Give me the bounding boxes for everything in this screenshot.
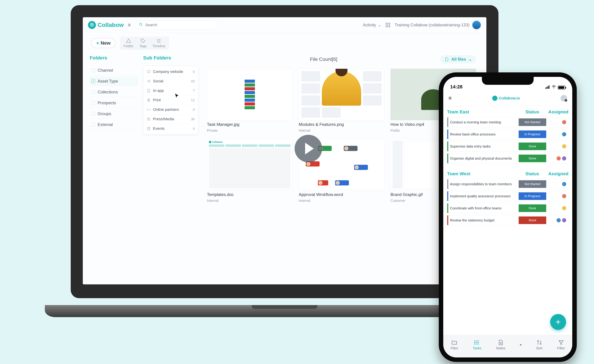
user-name: Training Collabow (collabowtraining-133): [395, 23, 469, 27]
file-scope: Internal: [207, 199, 292, 203]
files-filter[interactable]: All files ⌄: [440, 55, 476, 63]
task-row[interactable]: Review back-office processes In Progress: [447, 129, 568, 139]
toolbar-tags-label: Tags: [139, 44, 147, 48]
status-badge[interactable]: In Progress: [519, 131, 546, 138]
assignees[interactable]: [549, 194, 568, 199]
status-badge[interactable]: Not Started: [519, 119, 546, 126]
status-badge[interactable]: Done: [519, 205, 546, 212]
tab-sort[interactable]: Sort: [536, 339, 543, 350]
file-card[interactable]: Modules & Features.png Internal: [299, 69, 384, 132]
tab-files[interactable]: Files: [451, 339, 458, 350]
assignees[interactable]: [549, 132, 568, 137]
subfolder-item[interactable]: Online partners 8: [143, 105, 198, 114]
search-input[interactable]: [145, 23, 214, 27]
status-badge[interactable]: In Progress: [519, 192, 546, 200]
file-name: Task Manager.jpg: [207, 122, 292, 127]
svg-rect-25: [547, 87, 547, 89]
task-name: Conduct a morning team meeting: [450, 120, 517, 124]
status-badge[interactable]: Done: [519, 155, 546, 162]
task-row[interactable]: Assign responsibilities to team members …: [447, 179, 568, 189]
subfolder-count: 8: [193, 108, 195, 112]
avatar: [472, 20, 481, 30]
app-logo[interactable]: Collabow.io: [492, 96, 520, 101]
subfolder-item[interactable]: In-app 7: [143, 86, 198, 95]
team-block: Team East Status Assigned Conduct a morn…: [447, 109, 568, 164]
new-button[interactable]: + New: [91, 38, 116, 48]
file-card[interactable]: Collabow Templates.doc Internal: [207, 139, 292, 203]
subfolder-item[interactable]: Events 4: [143, 124, 198, 133]
folder-label: Prospects: [98, 100, 116, 105]
checkbox-icon: [91, 123, 95, 126]
assignees[interactable]: [549, 206, 568, 211]
avatar: [556, 218, 561, 223]
folder-item[interactable]: External: [90, 120, 138, 129]
list-icon: [474, 339, 480, 345]
tab-label: Filter: [557, 346, 565, 350]
user-menu[interactable]: Training Collabow (collabowtraining-133): [395, 20, 481, 30]
fab-add-button[interactable]: +: [550, 314, 566, 330]
calendar-icon: [147, 127, 151, 131]
tab-tasks[interactable]: Tasks: [473, 339, 482, 350]
task-row[interactable]: Review the stationery budget Stuck: [447, 215, 568, 225]
app-name: Collabow: [98, 21, 124, 28]
svg-point-28: [554, 87, 554, 88]
toolbar-folder[interactable]: Folder: [124, 38, 134, 48]
laptop-screen: ⦿ Collabow ≡ Activity ⌄: [83, 17, 486, 284]
task-name: Review the stationery budget: [450, 218, 517, 222]
column-assigned: Assigned: [548, 171, 568, 177]
folder-item[interactable]: Asset Type: [90, 77, 138, 86]
toolbar: + New Folder Tags Timeline: [83, 33, 486, 53]
app-logo[interactable]: ⦿ Collabow: [88, 21, 124, 29]
link-icon: [147, 108, 151, 112]
avatar[interactable]: [560, 95, 567, 101]
checkbox-icon: [91, 68, 95, 72]
subfolder-item[interactable]: Social 43: [143, 77, 198, 86]
file-name: Modules & Features.png: [299, 122, 384, 127]
column-assigned: Assigned: [548, 109, 568, 115]
assignees[interactable]: [549, 156, 568, 161]
subfolder-item[interactable]: Print 12: [143, 95, 198, 105]
file-card[interactable]: Task Manager.jpg Private: [207, 69, 292, 132]
subfolders-title: Sub Folders: [143, 55, 198, 61]
file-scope: Private: [207, 129, 292, 132]
status-badge[interactable]: Done: [519, 143, 546, 150]
task-row[interactable]: Implement quality assurance processes In…: [447, 191, 568, 201]
tag-icon: [140, 38, 146, 43]
tab-notes[interactable]: Notes: [496, 339, 505, 350]
team-header: Team East Status Assigned: [447, 109, 568, 115]
activity-label: Activity: [363, 23, 376, 27]
toolbar-timeline[interactable]: Timeline: [152, 38, 165, 48]
folder-item[interactable]: Prospects: [90, 99, 138, 107]
assignees[interactable]: [549, 144, 568, 149]
task-row[interactable]: Coordinate with front-office teams Done: [447, 203, 568, 213]
assignees[interactable]: [549, 182, 568, 186]
status-badge[interactable]: Stuck: [519, 217, 546, 224]
apps-grid-icon[interactable]: [385, 22, 391, 27]
assignees[interactable]: [549, 218, 568, 223]
search-field[interactable]: [135, 20, 218, 30]
menu-icon[interactable]: ≡: [128, 22, 131, 28]
toolbar-tags[interactable]: Tags: [139, 38, 147, 48]
file-count: File Count[6]: [310, 57, 337, 62]
task-row[interactable]: Supervise data entry tasks Done: [447, 141, 568, 152]
thumb-task: [242, 78, 258, 111]
folder-item[interactable]: Groups: [90, 109, 138, 119]
avatar: [562, 182, 567, 186]
play-overlay-icon[interactable]: [295, 135, 322, 162]
tab-label: Sort: [536, 346, 543, 350]
task-row[interactable]: Organise digital and physical documents …: [447, 153, 568, 164]
folder-item[interactable]: Collections: [90, 87, 138, 97]
assignees[interactable]: [549, 120, 568, 125]
status-badge[interactable]: Not Started: [519, 180, 546, 188]
subfolder-count: 12: [191, 98, 195, 102]
folder-item[interactable]: Channel: [90, 66, 138, 75]
activity-dropdown[interactable]: Activity ⌄: [363, 23, 381, 27]
task-row[interactable]: Conduct a morning team meeting Not Start…: [447, 117, 568, 127]
subfolder-item[interactable]: Press/Media 30: [143, 114, 198, 124]
subfolder-item[interactable]: Company website 6: [143, 67, 198, 77]
subfolder-count: 4: [193, 127, 195, 131]
filter-icon: [558, 339, 564, 345]
tab-filter[interactable]: Filter: [557, 339, 565, 350]
menu-icon[interactable]: ≡: [448, 95, 452, 101]
chevron-down-icon: ⌄: [468, 57, 472, 62]
